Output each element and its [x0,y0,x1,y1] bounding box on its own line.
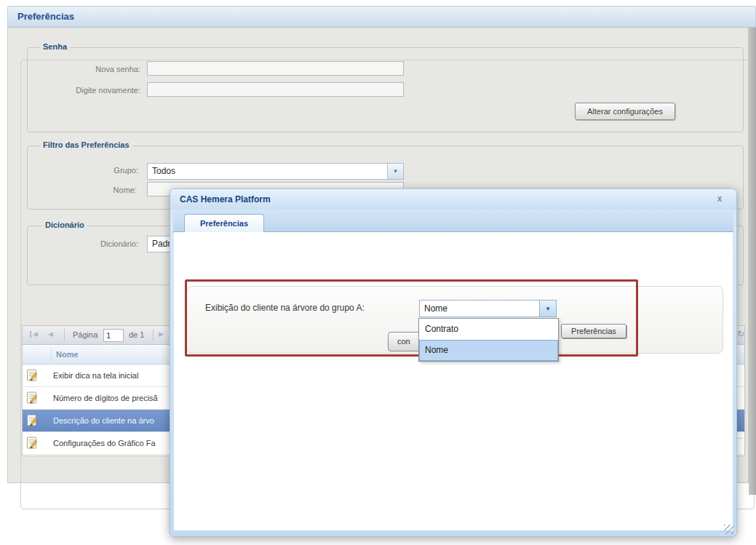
exibicao-combobox[interactable]: Nome ▾ [419,300,557,317]
edit-note-icon[interactable] [26,391,39,404]
nome-filtro-label: Nome: [73,186,137,194]
modal-title: CAS Hemera Platform [180,194,271,204]
grupo-combobox-value: Todos [152,166,175,176]
toolbar-separator [64,329,65,341]
preferences-screen: Preferências Senha Nova senha: Digite no… [0,0,756,545]
modal-titlebar[interactable]: CAS Hemera Platform x [170,189,736,210]
row-label: Exibir dica na tela inicial [53,371,138,380]
first-page-icon[interactable] [30,331,31,338]
close-icon[interactable]: x [715,194,725,204]
truncated-cell-ellipsis: ... [736,432,742,440]
alterar-configuracoes-button[interactable]: Alterar configurações [575,103,675,120]
toolbar-separator [153,329,154,341]
refresh-icon[interactable]: ↻ [737,329,744,339]
dropdown-option-nome-selected[interactable]: Nome [419,340,558,361]
page-number-input[interactable] [103,329,124,342]
prev-page-icon[interactable]: ◀ [48,330,53,338]
next-page-icon[interactable]: ▶ [159,330,164,338]
nome-column-header[interactable]: Nome [56,350,79,359]
filtro-legend: Filtro das Preferências [40,140,132,149]
edit-note-icon[interactable] [26,369,39,381]
tab-label: Preferências [200,219,248,228]
edit-note-icon[interactable] [26,414,39,426]
grupo-combobox[interactable]: Todos ▾ [147,163,404,180]
exibicao-field-label: Exibição do cliente na árvore do grupo A… [205,303,365,313]
exibicao-combobox-value: Nome [424,303,447,314]
window-right-edge [749,28,756,495]
nova-senha-input[interactable] [147,61,404,76]
modal-window: CAS Hemera Platform x Preferências Exibi… [170,188,737,537]
digite-novamente-input[interactable] [147,82,404,97]
nova-senha-label: Nova senha: [75,65,140,73]
tab-preferencias[interactable]: Preferências [184,214,264,232]
dropdown-option-contrato[interactable]: Contrato [419,319,558,340]
first-page-icon[interactable]: ◀ [33,330,38,338]
resize-grip-icon[interactable] [724,525,733,534]
preferencias-button[interactable]: Preferências [561,324,626,338]
grupo-label: Grupo: [73,166,138,175]
dicionario-legend: Dicionário [42,220,87,229]
dicionario-label: Dicionário: [73,239,138,248]
page-title: Preferências [17,11,74,22]
edit-note-icon[interactable] [26,437,39,449]
digite-novamente-label: Digite novamente: [60,86,140,95]
modal-tab-strip: Preferências [173,210,733,232]
page-count-label: de 1 [129,330,144,339]
chevron-down-icon[interactable]: ▾ [387,164,403,179]
chevron-down-icon[interactable]: ▾ [539,301,556,317]
row-label: Número de dígitos de precisã [53,394,158,402]
exibicao-dropdown-list: Contrato Nome [418,318,559,362]
pagina-label: Página [73,330,98,339]
column-divider [51,347,52,362]
senha-legend: Senha [40,42,70,51]
row-label: Descrição do cliente na árvo [53,416,154,425]
modal-content: Exibição do cliente na árvore do grupo A… [174,232,733,530]
page-header: Preferências [7,6,756,28]
row-label: Configurações do Gráfico Fa [53,439,156,447]
